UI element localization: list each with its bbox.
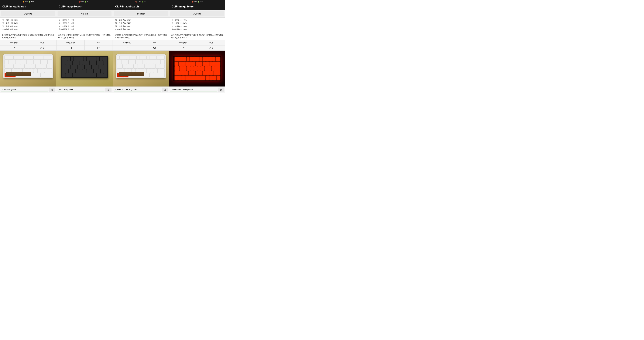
stat-all-3: 所有的图片数: 24张 [115,28,167,31]
app-title-3: CLIP-ImageSearch [115,5,139,8]
stats-area-4: 近一周图片数: 17张 近一月图片数: 24张 近一年图片数: 24张 所有的图… [169,18,226,32]
app-header-2: CLIP-ImageSearch [56,3,112,10]
btn-all-2[interactable]: 所有 [84,46,112,50]
search-button-2[interactable]: 搜 [106,88,112,92]
stat-week-2: 近一周图片数: 17张 [59,19,110,22]
scan-btn-row-4: 扫描相册 [169,10,226,18]
keyboard-body-3 [116,54,166,78]
btn-week-3[interactable]: 一周(推荐) [113,40,141,45]
stat-week-1: 近一周图片数: 17张 [2,19,54,22]
stats-area-2: 近一周图片数: 17张 近一月图片数: 24张 近一年图片数: 24张 所有的图… [56,18,112,32]
btn-year-4[interactable]: 一年 [169,46,197,50]
panel-4: CLIP-ImageSearch 扫描相册 近一周图片数: 17张 近一月图片数… [169,3,226,93]
btn-week-1[interactable]: 一周(推荐) [0,40,28,45]
btn-all-1[interactable]: 所有 [28,46,56,50]
keyboard-image-3 [113,51,169,86]
btn-month-1[interactable]: 一月 [28,40,56,45]
panels-container: CLIP-ImageSearch 扫描相册 近一周图片数: 17张 近一月图片数… [0,3,226,93]
search-input-4[interactable] [170,88,217,92]
keyboard-image-2 [56,51,112,86]
keyboard-image-4 [169,51,226,86]
search-input-3[interactable] [114,88,161,92]
app-title-1: CLIP-ImageSearch [2,5,26,8]
panel-3: CLIP-ImageSearch 扫描相册 近一周图片数: 17张 近一月图片数… [113,3,169,93]
desc-text-2: 选择对多长时间的图像抽特征(请参考扫描得到的数量，耗时与数量成正比)(推荐"一周… [56,32,112,40]
bell-icon-2: 🔕 [79,1,81,2]
scan-btn-row-1: 扫描相册 [0,10,56,18]
btn-year-3[interactable]: 一年 [113,46,141,50]
btn-month-4[interactable]: 一月 [197,40,226,45]
stat-year-4: 近一年图片数: 24张 [172,25,223,28]
desc-text-1: 选择对多长时间的图像抽特征(请参考扫描得到的数量，耗时与数量成正比)(推荐"一周… [0,32,56,40]
btn-year-2[interactable]: 一年 [56,46,84,50]
time-btns-row2-1: 一年 所有 [0,46,56,51]
battery-icon-1: 🔋 [28,1,30,2]
wrist-rest-3 [119,72,144,76]
stat-month-1: 近一月图片数: 24张 [2,22,54,25]
app-header-4: CLIP-ImageSearch [169,3,226,10]
time-btns-row1-4: 一周(推荐) 一月 [169,40,226,46]
bell-icon-3: 🔕 [135,1,137,2]
scan-button-2[interactable]: 扫描相册 [58,11,111,16]
search-bar-4: 搜 [169,86,226,93]
stat-all-1: 所有的图片数: 24张 [2,28,54,31]
keyboard-body-2 [61,56,108,78]
app-header-1: CLIP-ImageSearch [0,3,56,10]
stat-week-3: 近一周图片数: 17张 [115,19,167,22]
panel-2: CLIP-ImageSearch 扫描相册 近一周图片数: 17张 近一月图片数… [56,3,113,93]
search-button-4[interactable]: 搜 [218,88,224,92]
time-btns-row1-2: 一周(推荐) 一月 [56,40,112,46]
desc-text-3: 选择对多长时间的图像抽特征(请参考扫描得到的数量，耗时与数量成正比)(推荐"一周… [113,32,169,40]
bell-icon: 🔕 [22,1,24,2]
time-btns-row2-4: 一年 所有 [169,46,226,51]
search-button-1[interactable]: 搜 [49,88,55,92]
stat-month-2: 近一月图片数: 24张 [59,22,110,25]
battery-3: 43% [138,1,140,2]
battery-1: 43% [25,1,28,2]
stat-year-2: 近一年图片数: 24张 [59,25,110,28]
search-input-2[interactable] [58,88,104,92]
battery-icon-4: 🔋 [198,1,200,2]
time-btns-row1-1: 一周(推荐) 一月 [0,40,56,46]
btn-month-2[interactable]: 一月 [84,40,112,45]
app-title-4: CLIP-ImageSearch [172,5,195,8]
battery-icon-2: 🔋 [85,1,86,2]
btn-month-3[interactable]: 一月 [141,40,169,45]
status-segment-2: 🔕 43% 🔋 9:13 [56,0,113,3]
btn-week-4[interactable]: 一周(推荐) [169,40,197,45]
battery-4: 43% [194,1,197,2]
app-header-3: CLIP-ImageSearch [113,3,169,10]
scan-button-1[interactable]: 扫描相册 [1,11,55,16]
time-btns-row1-3: 一周(推荐) 一月 [113,40,169,46]
btn-all-4[interactable]: 所有 [197,46,226,50]
stat-year-3: 近一年图片数: 24张 [115,25,167,28]
search-button-3[interactable]: 搜 [162,88,168,92]
btn-week-2[interactable]: 一周(推荐) [56,40,84,45]
app-title-2: CLIP-ImageSearch [59,5,82,8]
status-segment-3: 🔕 43% 🔋 9:14 [113,0,169,3]
search-bar-1: 搜 [0,86,56,93]
btn-year-1[interactable]: 一年 [0,46,28,50]
stat-month-4: 近一月图片数: 24张 [172,22,223,25]
desc-text-4: 选择对多长时间的图像抽特征(请参考扫描得到的数量，耗时与数量成正比)(推荐"一周… [169,32,226,40]
search-input-1[interactable] [1,88,48,92]
scan-button-4[interactable]: 扫描相册 [170,11,224,16]
panel-1: CLIP-ImageSearch 扫描相册 近一周图片数: 17张 近一月图片数… [0,3,56,93]
stat-year-1: 近一年图片数: 24张 [2,25,54,28]
scan-button-3[interactable]: 扫描相册 [114,11,168,16]
stats-area-3: 近一周图片数: 17张 近一月图片数: 24张 近一年图片数: 24张 所有的图… [113,18,169,32]
keyboard-body-4 [173,56,221,81]
time-1: 9:13 [31,1,34,2]
btn-all-3[interactable]: 所有 [141,46,169,50]
stat-week-4: 近一周图片数: 17张 [172,19,223,22]
time-btns-row2-2: 一年 所有 [56,46,112,51]
status-bar: 🔕 43% 🔋 9:13 🔕 43% 🔋 9:13 🔕 43% 🔋 9:14 🔕… [0,0,226,3]
time-4: 9:14 [200,1,203,2]
scan-btn-row-3: 扫描相册 [113,10,169,18]
search-bar-2: 搜 [56,86,112,93]
bell-icon-4: 🔕 [192,1,194,2]
time-2: 9:13 [87,1,90,2]
wrist-rest-1 [6,72,31,76]
battery-2: 43% [81,1,84,2]
stats-area-1: 近一周图片数: 17张 近一月图片数: 24张 近一年图片数: 24张 所有的图… [0,18,56,32]
